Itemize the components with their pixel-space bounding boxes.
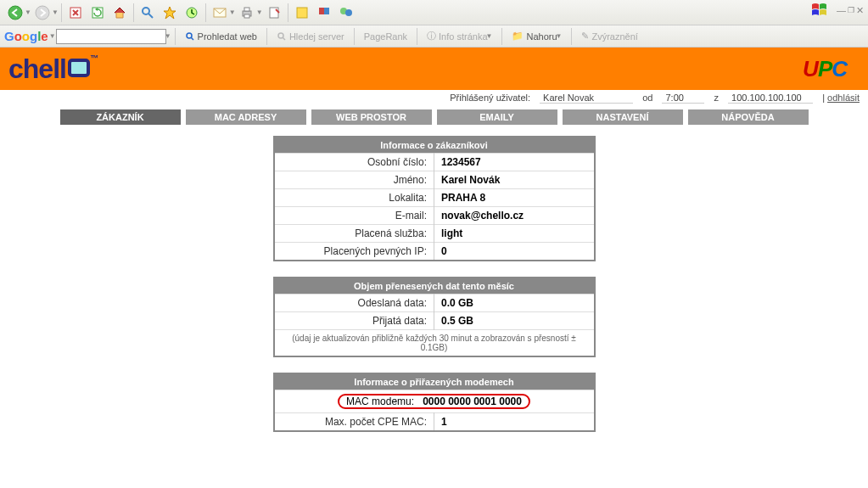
- forward-button[interactable]: [32, 3, 53, 23]
- svg-point-15: [345, 9, 352, 16]
- minimize-button[interactable]: —: [837, 5, 846, 15]
- back-dropdown[interactable]: ▼: [25, 8, 31, 16]
- svg-rect-10: [270, 8, 278, 18]
- svg-rect-13: [324, 8, 329, 14]
- print-dropdown[interactable]: ▼: [256, 8, 263, 16]
- google-toolbar: Google ▼ ▼ Prohledat web Hledej server P…: [0, 25, 868, 48]
- search-server-button[interactable]: Hledej server: [272, 30, 349, 43]
- favorites-button[interactable]: [160, 3, 180, 23]
- since-label: od: [642, 93, 652, 103]
- svg-rect-12: [319, 8, 324, 14]
- svg-point-0: [8, 6, 22, 20]
- panel-title: Informace o zákazníkovi: [274, 137, 595, 154]
- history-button[interactable]: [182, 3, 202, 23]
- google-search-input[interactable]: [56, 29, 166, 44]
- mac-address-value: 0000 0000 0001 0000: [423, 395, 522, 407]
- window-controls: — ❐ ✕: [811, 3, 864, 18]
- nav-tabs: ZÁKAZNÍK MAC ADRESY WEB PROSTOR EMAILY N…: [0, 106, 868, 132]
- home-button[interactable]: [109, 3, 130, 23]
- tab-napoveda[interactable]: NÁPOVĚDA: [688, 109, 809, 125]
- from-label: z: [714, 93, 720, 103]
- svg-rect-11: [297, 8, 307, 18]
- restore-button[interactable]: ❐: [848, 6, 854, 14]
- stop-button[interactable]: [65, 3, 86, 23]
- panel-title: Objem přenesených dat tento měsíc: [274, 278, 595, 294]
- svg-rect-8: [244, 8, 249, 11]
- tab-emaily[interactable]: EMAILY: [437, 109, 557, 125]
- tab-mac-adresy[interactable]: MAC ADRESY: [186, 109, 306, 125]
- tab-web-prostor[interactable]: WEB PROSTOR: [311, 109, 432, 125]
- highlight-button[interactable]: ✎Zvýraznění: [577, 29, 641, 43]
- status-bar: Přihlášený uživatel: Karel Novak od 7:00…: [0, 90, 868, 106]
- data-usage-panel: Objem přenesených dat tento měsíc Odesla…: [273, 277, 596, 357]
- tab-nastaveni[interactable]: NASTAVENÍ: [563, 109, 683, 125]
- svg-rect-9: [244, 14, 249, 18]
- forward-dropdown[interactable]: ▼: [52, 8, 59, 16]
- pagerank-button[interactable]: PageRank: [360, 30, 412, 43]
- mail-button[interactable]: [210, 3, 230, 23]
- svg-point-1: [36, 6, 49, 20]
- svg-point-4: [143, 8, 149, 14]
- mac-address-highlight: MAC modemu: 0000 0000 0001 0000: [338, 394, 530, 409]
- print-button[interactable]: [237, 3, 257, 23]
- usage-note: (údaj je aktualizován přibližně každých …: [274, 330, 595, 357]
- google-logo: Google: [4, 29, 48, 43]
- research-button[interactable]: [314, 3, 334, 23]
- upc-logo: UPC: [803, 56, 847, 82]
- since-value: 7:00: [662, 93, 704, 104]
- chello-header: chell™ UPC: [0, 48, 868, 90]
- mail-dropdown[interactable]: ▼: [229, 8, 236, 16]
- logged-user-label: Přihlášený uživatel:: [450, 93, 530, 103]
- customer-info-panel: Informace o zákazníkovi Osobní číslo:123…: [273, 136, 596, 261]
- google-search-dropdown[interactable]: ▼: [165, 32, 171, 40]
- up-button[interactable]: 📁Nahoru▼: [507, 29, 566, 43]
- chello-logo: chell™: [8, 53, 98, 85]
- tab-zakaznik[interactable]: ZÁKAZNÍK: [60, 109, 181, 125]
- logged-user-value: Karel Novak: [540, 93, 633, 104]
- note-button[interactable]: [292, 3, 312, 23]
- edit-button[interactable]: [264, 3, 284, 23]
- messenger-button[interactable]: [336, 3, 356, 23]
- page-info-button[interactable]: ⓘInfo stránka▼: [423, 28, 496, 44]
- search-button[interactable]: [137, 3, 158, 23]
- search-web-button[interactable]: Prohledat web: [181, 30, 261, 43]
- back-button[interactable]: [5, 3, 25, 23]
- logout-link[interactable]: odhlásit: [827, 93, 860, 103]
- content: Informace o zákazníkovi Osobní číslo:123…: [0, 132, 868, 432]
- ie-toolbar: ▼ ▼ ▼ ▼ — ❐ ✕: [0, 0, 868, 25]
- google-menu-dropdown[interactable]: ▼: [49, 32, 56, 40]
- modem-info-panel: Informace o přiřazených modemech MAC mod…: [273, 373, 596, 432]
- panel-title: Informace o přiřazených modemech: [274, 373, 595, 390]
- close-button[interactable]: ✕: [856, 5, 864, 16]
- refresh-button[interactable]: [87, 3, 108, 23]
- windows-logo-icon: [811, 3, 828, 18]
- ip-value: 100.100.100.100: [728, 93, 813, 104]
